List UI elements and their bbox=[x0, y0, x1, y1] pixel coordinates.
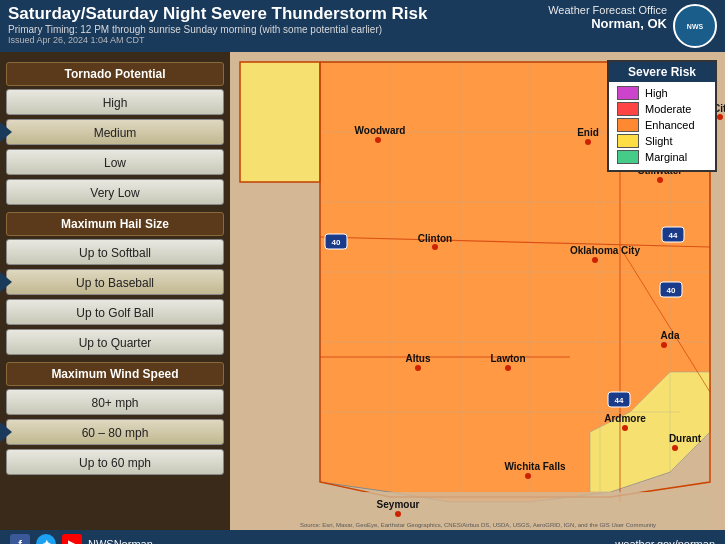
tornado-option-medium[interactable]: Medium bbox=[6, 118, 224, 146]
wind-80plus-btn[interactable]: 80+ mph bbox=[6, 389, 224, 415]
wind-section-header: Maximum Wind Speed bbox=[6, 362, 224, 386]
svg-text:Altus: Altus bbox=[406, 353, 431, 364]
social-label: NWSNorman bbox=[88, 538, 153, 544]
office-name: Weather Forecast Office bbox=[548, 4, 667, 16]
tornado-low-btn[interactable]: Low bbox=[6, 149, 224, 175]
svg-point-37 bbox=[432, 244, 438, 250]
legend-item-moderate: Moderate bbox=[617, 102, 707, 116]
legend-label-high: High bbox=[645, 87, 668, 99]
social-icons: f ✦ ▶ NWSNorman bbox=[10, 534, 153, 544]
header-left: Saturday/Saturday Night Severe Thunderst… bbox=[8, 4, 427, 45]
legend-item-marginal: Marginal bbox=[617, 150, 707, 164]
header-right: Weather Forecast Office Norman, OK NWS bbox=[548, 4, 717, 48]
tornado-high-btn[interactable]: High bbox=[6, 89, 224, 115]
hail-option-softball[interactable]: Up to Softball bbox=[6, 238, 224, 266]
footer: f ✦ ▶ NWSNorman weather.gov/norman bbox=[0, 530, 725, 544]
wind-60-btn[interactable]: Up to 60 mph bbox=[6, 449, 224, 475]
wind-60-80-arrow bbox=[0, 422, 12, 442]
facebook-icon[interactable]: f bbox=[10, 534, 30, 544]
legend-item-enhanced: Enhanced bbox=[617, 118, 707, 132]
header-issued: Issued Apr 26, 2024 1:04 AM CDT bbox=[8, 35, 427, 45]
svg-text:Lawton: Lawton bbox=[491, 353, 526, 364]
svg-point-41 bbox=[415, 365, 421, 371]
svg-text:Clinton: Clinton bbox=[418, 233, 452, 244]
hail-quarter-btn[interactable]: Up to Quarter bbox=[6, 329, 224, 355]
svg-point-47 bbox=[622, 425, 628, 431]
hail-option-baseball[interactable]: Up to Baseball bbox=[6, 268, 224, 296]
svg-point-49 bbox=[672, 445, 678, 451]
tornado-medium-arrow bbox=[0, 122, 12, 142]
legend-label-enhanced: Enhanced bbox=[645, 119, 695, 131]
svg-text:Wichita Falls: Wichita Falls bbox=[504, 461, 565, 472]
svg-text:Source: Esri, Maxar, GeoEye, E: Source: Esri, Maxar, GeoEye, Earthstar G… bbox=[300, 522, 656, 528]
wind-60-80-btn[interactable]: 60 – 80 mph bbox=[6, 419, 224, 445]
svg-point-53 bbox=[395, 511, 401, 517]
hail-section-header: Maximum Hail Size bbox=[6, 212, 224, 236]
svg-text:Ada: Ada bbox=[661, 330, 680, 341]
svg-point-51 bbox=[525, 473, 531, 479]
svg-text:40: 40 bbox=[332, 238, 341, 247]
map-area: 44 40 40 44 Ponca City Woodward Enid Sti… bbox=[230, 52, 725, 530]
legend-label-slight: Slight bbox=[645, 135, 673, 147]
header-subtitle: Primary Timing: 12 PM through sunrise Su… bbox=[8, 24, 427, 35]
svg-text:40: 40 bbox=[667, 286, 676, 295]
svg-point-39 bbox=[592, 257, 598, 263]
svg-point-45 bbox=[661, 342, 667, 348]
nws-logo: NWS bbox=[673, 4, 717, 48]
tornado-section-header: Tornado Potential bbox=[6, 62, 224, 86]
legend-item-slight: Slight bbox=[617, 134, 707, 148]
page-title: Saturday/Saturday Night Severe Thunderst… bbox=[8, 4, 427, 24]
svg-text:Seymour: Seymour bbox=[377, 499, 420, 510]
svg-point-33 bbox=[585, 139, 591, 145]
wind-option-60-80[interactable]: 60 – 80 mph bbox=[6, 418, 224, 446]
tornado-option-low[interactable]: Low bbox=[6, 148, 224, 176]
legend-label-marginal: Marginal bbox=[645, 151, 687, 163]
svg-point-29 bbox=[717, 114, 723, 120]
legend-title: Severe Risk bbox=[609, 62, 715, 82]
sidebar: Tornado Potential High Medium Low Very L… bbox=[0, 52, 230, 530]
legend-swatch-enhanced bbox=[617, 118, 639, 132]
hail-baseball-btn[interactable]: Up to Baseball bbox=[6, 269, 224, 295]
tornado-option-high[interactable]: High bbox=[6, 88, 224, 116]
header: Saturday/Saturday Night Severe Thunderst… bbox=[0, 0, 725, 52]
hail-baseball-arrow bbox=[0, 272, 12, 292]
hail-option-quarter[interactable]: Up to Quarter bbox=[6, 328, 224, 356]
legend-swatch-slight bbox=[617, 134, 639, 148]
tornado-option-verylow[interactable]: Very Low bbox=[6, 178, 224, 206]
hail-softball-btn[interactable]: Up to Softball bbox=[6, 239, 224, 265]
legend-swatch-moderate bbox=[617, 102, 639, 116]
legend-swatch-high bbox=[617, 86, 639, 100]
svg-point-31 bbox=[375, 137, 381, 143]
tornado-verylow-btn[interactable]: Very Low bbox=[6, 179, 224, 205]
legend: Severe Risk High Moderate Enhanced Sligh… bbox=[607, 60, 717, 172]
office-location: Norman, OK bbox=[548, 16, 667, 31]
svg-point-35 bbox=[657, 177, 663, 183]
wind-option-80plus[interactable]: 80+ mph bbox=[6, 388, 224, 416]
footer-website[interactable]: weather.gov/norman bbox=[615, 538, 715, 544]
svg-text:Enid: Enid bbox=[577, 127, 599, 138]
wind-option-60[interactable]: Up to 60 mph bbox=[6, 448, 224, 476]
twitter-icon[interactable]: ✦ bbox=[36, 534, 56, 544]
svg-text:Oklahoma City: Oklahoma City bbox=[570, 245, 640, 256]
svg-text:44: 44 bbox=[615, 396, 624, 405]
legend-label-moderate: Moderate bbox=[645, 103, 691, 115]
hail-option-golfball[interactable]: Up to Golf Ball bbox=[6, 298, 224, 326]
svg-text:Ardmore: Ardmore bbox=[604, 413, 646, 424]
youtube-icon[interactable]: ▶ bbox=[62, 534, 82, 544]
legend-swatch-marginal bbox=[617, 150, 639, 164]
main-content: Tornado Potential High Medium Low Very L… bbox=[0, 52, 725, 530]
tornado-medium-btn[interactable]: Medium bbox=[6, 119, 224, 145]
svg-text:Durant: Durant bbox=[669, 433, 702, 444]
hail-golfball-btn[interactable]: Up to Golf Ball bbox=[6, 299, 224, 325]
svg-text:Woodward: Woodward bbox=[355, 125, 406, 136]
svg-text:44: 44 bbox=[669, 231, 678, 240]
legend-item-high: High bbox=[617, 86, 707, 100]
svg-point-43 bbox=[505, 365, 511, 371]
svg-marker-2 bbox=[240, 62, 320, 182]
